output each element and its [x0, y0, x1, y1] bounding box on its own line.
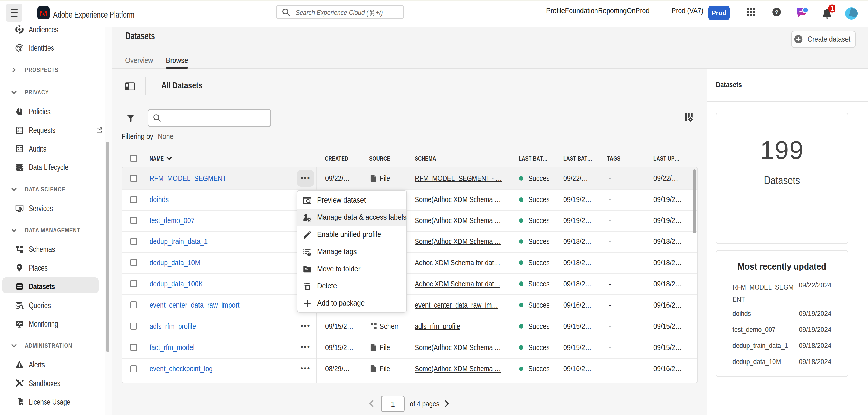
svg-text:1: 1: [831, 5, 834, 12]
svg-text:?: ?: [775, 9, 779, 15]
